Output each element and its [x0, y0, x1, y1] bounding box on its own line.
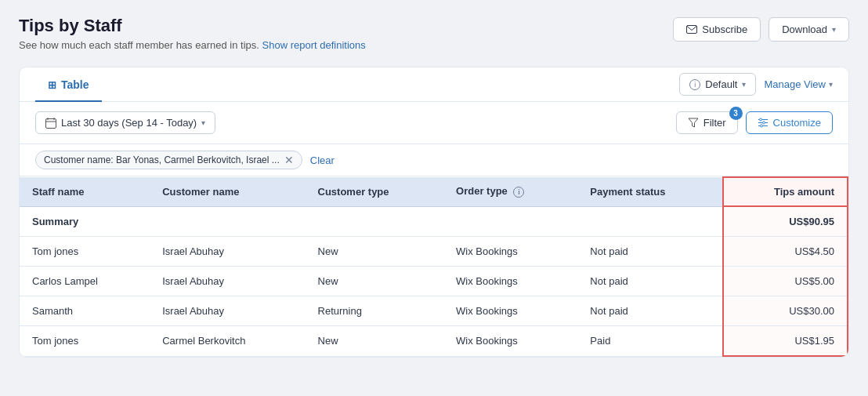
header-row: Tips by Staff See how much each staff me…: [19, 16, 849, 51]
page-title: Tips by Staff: [19, 16, 366, 36]
cell-customer-type: New: [306, 237, 444, 267]
calendar-icon: [45, 118, 56, 129]
col-header-staff-name: Staff name: [20, 177, 150, 206]
col-header-payment-status: Payment status: [577, 177, 722, 206]
tabs-right: i Default ▾ Manage View ▾: [679, 73, 833, 96]
cell-customer-type: Returning: [306, 296, 444, 326]
chevron-down-icon: ▾: [742, 80, 746, 89]
cell-customer-name: Israel Abuhay: [150, 237, 305, 267]
tabs-left: ⊞ Table: [35, 67, 102, 101]
report-definitions-link[interactable]: Show report definitions: [262, 39, 366, 51]
cell-customer-name: Israel Abuhay: [150, 267, 305, 296]
envelope-icon: [686, 25, 697, 34]
cell-order-type: Wix Bookings: [443, 237, 577, 267]
table-icon: ⊞: [48, 79, 56, 91]
cell-tips-amount: US$4.50: [723, 237, 848, 267]
summary-customer-name: [150, 206, 305, 237]
table-header-row: Staff name Customer name Customer type O…: [20, 177, 848, 206]
svg-rect-0: [687, 26, 697, 34]
svg-point-10: [760, 125, 762, 127]
cell-customer-name: Carmel Berkovitch: [150, 326, 305, 357]
svg-point-9: [762, 122, 765, 124]
filter-button[interactable]: Filter 3: [676, 111, 738, 134]
cell-payment-status: Paid: [577, 326, 722, 357]
cell-tips-amount: US$5.00: [723, 267, 848, 296]
cell-payment-status: Not paid: [577, 267, 722, 296]
cell-customer-type: New: [306, 326, 444, 357]
cell-staff-name: Tom jones: [20, 237, 150, 267]
header-actions: Subscribe Download ▾: [673, 17, 849, 42]
summary-tips-amount: US$90.95: [723, 206, 848, 237]
filter-badge: 3: [729, 107, 743, 120]
page-subtitle: See how much each staff member has earne…: [19, 39, 366, 51]
chip-close-icon[interactable]: ✕: [284, 154, 294, 165]
tab-table[interactable]: ⊞ Table: [35, 67, 102, 102]
active-filters-row: Customer name: Bar Yonas, Carmel Berkovi…: [20, 144, 848, 176]
col-header-order-type: Order type i: [443, 177, 577, 206]
customize-button[interactable]: Customize: [746, 111, 833, 134]
table-row: Samanth Israel Abuhay Returning Wix Book…: [20, 296, 848, 326]
tabs-row: ⊞ Table i Default ▾ Manage View ▾: [20, 67, 848, 102]
cell-customer-name: Israel Abuhay: [150, 296, 305, 326]
cell-tips-amount: US$30.00: [723, 296, 848, 326]
cell-staff-name: Samanth: [20, 296, 150, 326]
date-range-button[interactable]: Last 30 days (Sep 14 - Today) ▾: [35, 111, 215, 134]
filter-chip-customer-name: Customer name: Bar Yonas, Carmel Berkovi…: [35, 151, 302, 169]
info-circle-icon: i: [689, 79, 700, 90]
filters-right: Filter 3 Customize: [676, 111, 833, 134]
manage-view-button[interactable]: Manage View ▾: [764, 78, 833, 90]
main-card: ⊞ Table i Default ▾ Manage View ▾: [19, 67, 849, 358]
summary-label: Summary: [20, 206, 150, 237]
cell-tips-amount: US$1.95: [723, 326, 848, 357]
svg-point-8: [759, 118, 761, 121]
col-header-tips-amount: Tips amount: [723, 177, 848, 206]
col-header-customer-type: Customer type: [306, 177, 444, 206]
summary-row: Summary US$90.95: [20, 206, 848, 237]
table-row: Carlos Lampel Israel Abuhay New Wix Book…: [20, 267, 848, 296]
summary-customer-type: [306, 206, 444, 237]
col-header-customer-name: Customer name: [150, 177, 305, 206]
chevron-down-icon: ▾: [201, 118, 205, 127]
download-button[interactable]: Download ▾: [769, 17, 849, 42]
chevron-down-icon: ▾: [829, 80, 833, 89]
filter-icon: [688, 118, 699, 128]
cell-payment-status: Not paid: [577, 237, 722, 267]
svg-rect-1: [46, 118, 56, 128]
header-left: Tips by Staff See how much each staff me…: [19, 16, 366, 51]
cell-staff-name: Tom jones: [20, 326, 150, 357]
cell-payment-status: Not paid: [577, 296, 722, 326]
summary-payment-status: [577, 206, 722, 237]
data-table: Staff name Customer name Customer type O…: [20, 176, 848, 357]
clear-filters-button[interactable]: Clear: [310, 154, 335, 166]
order-type-info-icon[interactable]: i: [513, 187, 524, 198]
cell-staff-name: Carlos Lampel: [20, 267, 150, 296]
page-wrapper: Tips by Staff See how much each staff me…: [0, 0, 868, 396]
subscribe-button[interactable]: Subscribe: [673, 17, 761, 42]
filters-row: Last 30 days (Sep 14 - Today) ▾ Filter 3: [20, 102, 848, 144]
default-view-button[interactable]: i Default ▾: [679, 73, 756, 96]
table-row: Tom jones Israel Abuhay New Wix Bookings…: [20, 237, 848, 267]
cell-order-type: Wix Bookings: [443, 296, 577, 326]
customize-icon: [758, 118, 769, 128]
cell-order-type: Wix Bookings: [443, 326, 577, 357]
summary-order-type: [443, 206, 577, 237]
cell-customer-type: New: [306, 267, 444, 296]
chevron-down-icon: ▾: [832, 25, 836, 34]
table-row: Tom jones Carmel Berkovitch New Wix Book…: [20, 326, 848, 357]
cell-order-type: Wix Bookings: [443, 267, 577, 296]
